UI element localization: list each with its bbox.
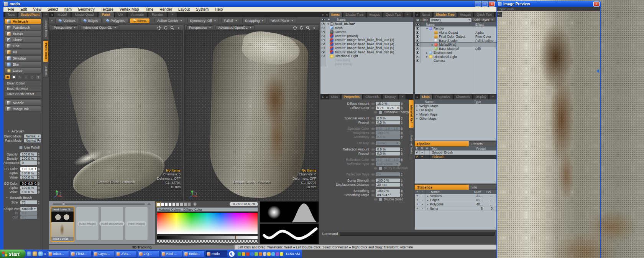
visibility-toggle[interactable] [415, 31, 421, 35]
expand-icon[interactable]: ► [426, 195, 430, 197]
tool-button[interactable]: Lasso [5, 68, 41, 73]
expand-plus-icon[interactable]: + [415, 207, 420, 210]
panel-tab[interactable]: Items [329, 12, 342, 17]
panel-arrow-icon[interactable]: ▸ [416, 95, 419, 99]
panel-arrow-icon[interactable]: ▸ [322, 13, 325, 17]
viewport-left-canvas[interactable]: Smooth Brush : Airbrush No Items Channel… [49, 31, 183, 201]
visibility-toggle[interactable] [320, 34, 326, 38]
use-falloff-checkbox[interactable] [19, 146, 23, 149]
shader-row[interactable]: ► Environment [415, 51, 496, 55]
zoom-icon[interactable] [306, 25, 310, 30]
panel-tab[interactable]: Display [473, 94, 489, 99]
color-swatch[interactable] [161, 202, 164, 206]
panel-tab[interactable]: + [404, 12, 411, 17]
menu-item[interactable]: System [193, 7, 212, 12]
quick-launch-icon[interactable] [38, 251, 43, 256]
tool-button[interactable]: Airbrush [5, 18, 41, 24]
stepper[interactable] [38, 200, 41, 204]
modo-titlebar[interactable]: modo _ □ × [2, 1, 496, 7]
statistics-row[interactable]: + - ► Vertices 21... ... [415, 194, 496, 198]
property-field[interactable]: 0.78 0.78 0.78 [376, 106, 400, 110]
tray-icon[interactable] [267, 252, 271, 256]
color-gradient[interactable] [157, 212, 258, 235]
property-field[interactable]: 64 [376, 172, 400, 176]
property-field[interactable]: 1.0 1.0 1.0 [20, 167, 37, 171]
panel-tab[interactable]: Display [382, 94, 398, 99]
list-row[interactable]: ► Morph Maps [415, 112, 496, 116]
property-field[interactable]: 1.0 1.0 1.0 [376, 158, 400, 162]
quick-launch-icon[interactable] [33, 251, 37, 256]
channel-toggle[interactable] [371, 117, 375, 120]
checkbox[interactable] [379, 111, 382, 114]
channel-toggle[interactable] [374, 111, 378, 114]
layout-tab[interactable]: Model Quad [71, 12, 98, 17]
value-ramp[interactable] [157, 235, 258, 239]
property-field[interactable]: 100.0 % [20, 171, 37, 175]
enable-check-icon[interactable]: ✔ [415, 155, 420, 159]
visibility-toggle[interactable] [415, 35, 421, 39]
toolbar-dropdown[interactable]: Work Plane▼ [269, 18, 296, 23]
list-row[interactable]: ► Other Maps [415, 116, 496, 121]
preview-titlebar[interactable]: Image Preview × [496, 1, 601, 7]
panel-tab[interactable]: Properties [341, 94, 363, 99]
visibility-toggle[interactable] [320, 30, 326, 34]
layout-tab[interactable]: Paint [98, 12, 114, 17]
item-row[interactable]: Texture: Image: head_bake_final_02d (5) [320, 46, 413, 50]
channel-toggle[interactable] [374, 167, 378, 170]
menu-item[interactable]: Vertex Map [117, 7, 142, 12]
checkbox[interactable] [379, 167, 382, 170]
channel-toggle[interactable] [371, 173, 375, 176]
property-field[interactable]: 100.0 % [376, 179, 400, 182]
stepper[interactable] [38, 182, 41, 185]
stepper[interactable] [401, 179, 404, 182]
tool-button[interactable]: Line [5, 43, 41, 49]
toolbar-dropdown[interactable]: Symmetry: Off▼ [187, 18, 219, 23]
thumbnail-slider[interactable] [49, 201, 155, 206]
stepper[interactable] [401, 172, 404, 176]
material-side-tab[interactable]: Material Ref [409, 99, 414, 128]
item-row[interactable]: ▼ head_06.lwo* [320, 22, 413, 26]
brush-star[interactable]: ☆ [23, 74, 29, 79]
panel-tab[interactable]: Shader Tree [433, 12, 457, 17]
image-browser-cell[interactable]: (new image) [125, 207, 148, 240]
tool-button[interactable]: Nozzle [5, 100, 41, 106]
presets-button[interactable]: Presets [469, 141, 496, 146]
stepper[interactable] [401, 183, 404, 187]
collapse-icon[interactable]: ▼ [7, 130, 10, 132]
property-field[interactable]: 100.0 % [376, 131, 400, 135]
item-row[interactable]: (new scene) [320, 62, 413, 66]
expand-plus-icon[interactable]: + [415, 194, 420, 198]
shader-row[interactable]: ▼ Render [415, 26, 496, 31]
tray-icon[interactable] [263, 252, 266, 256]
side-tab[interactable]: Utilities [43, 63, 49, 78]
taskbar-button[interactable]: J:\EL... [115, 250, 137, 257]
mode-button[interactable]: Edges [80, 18, 102, 23]
property-field[interactable]: 0.0 % [376, 135, 400, 139]
statistics-row[interactable]: + - ► Items 8 0 [415, 207, 496, 211]
tray-icon[interactable] [246, 252, 250, 256]
filter-select[interactable]: (none) [430, 18, 472, 22]
property-field[interactable]: 0.0 % [376, 116, 400, 120]
stepper[interactable] [401, 189, 404, 193]
preview-collapse-arrow[interactable] [596, 69, 599, 73]
visibility-toggle[interactable] [415, 47, 421, 51]
collapse-minus-icon[interactable]: - [420, 207, 426, 210]
panel-tab[interactable]: Images [457, 12, 473, 17]
item-row[interactable]: Directional Light [320, 54, 413, 58]
size-field[interactable]: 73 [20, 200, 37, 204]
shader-row[interactable]: Base Shader Full Shading [415, 39, 496, 43]
panel-arrow-icon[interactable]: ◂ [325, 13, 328, 17]
stepper[interactable] [38, 186, 41, 190]
info-button[interactable]: Info [469, 185, 496, 190]
tool-button[interactable]: Blur [5, 61, 41, 67]
menu-item[interactable]: View [30, 7, 44, 12]
visibility-toggle[interactable] [415, 39, 421, 43]
checkbox[interactable] [379, 198, 382, 201]
brush-round-soft[interactable] [5, 74, 10, 79]
tray-icon[interactable] [242, 252, 245, 256]
stepper[interactable] [38, 175, 41, 179]
visibility-toggle[interactable] [415, 51, 421, 55]
channel-toggle[interactable] [371, 163, 375, 165]
taskbar-button[interactable]: Emba... [183, 250, 205, 257]
toolbox-tab[interactable]: Sculpt/Paint [18, 12, 42, 17]
